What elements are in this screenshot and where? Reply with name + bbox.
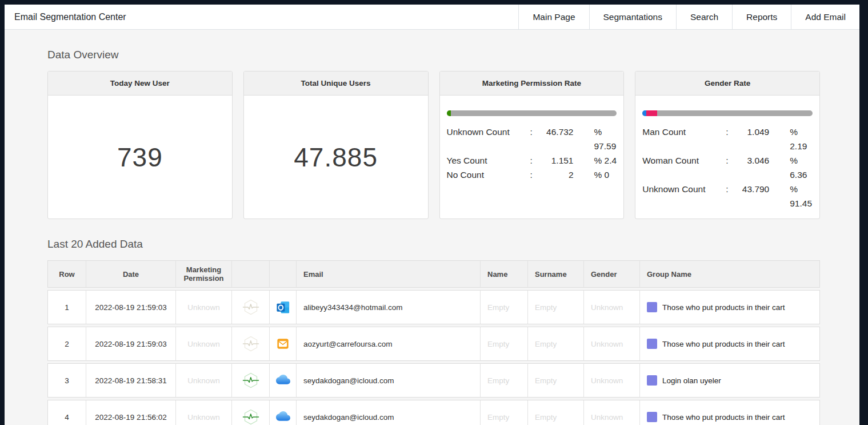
column-header-group-name: Group Name <box>639 260 820 288</box>
stat-colon: : <box>726 125 731 153</box>
column-header-marketing-permission: Marketing Permission <box>175 260 231 288</box>
stat-label: Yes Count <box>447 153 530 168</box>
main-content: Data Overview Today New User 739 Total U… <box>5 49 859 425</box>
date-cell: 2022-08-19 21:58:31 <box>86 363 175 398</box>
stat-value: 2 <box>536 168 574 182</box>
activity-cell <box>231 363 269 398</box>
nav-item-search[interactable]: Search <box>676 5 732 29</box>
table-row: 12022-08-19 21:59:03Unknownalibeyy343434… <box>47 290 820 324</box>
permission-cell: Unknown <box>175 290 231 324</box>
group-cell: Login olan uyeler <box>639 363 820 398</box>
group-name-label: Those who put products in their cart <box>662 303 785 312</box>
total-unique-users-value: 47.885 <box>244 96 428 219</box>
name-cell: Empty <box>480 363 527 398</box>
row-number-cell: 3 <box>47 363 86 398</box>
stat-pct: % 91.45 <box>769 182 813 210</box>
stat-colon: : <box>530 153 536 168</box>
stat-label: Man Count <box>642 125 726 153</box>
row-number-cell: 2 <box>47 327 86 361</box>
stat-row: No Count:2% 0 <box>447 168 617 182</box>
group-color-square <box>647 412 657 422</box>
card-title: Gender Rate <box>635 72 819 96</box>
stat-value: 1.049 <box>731 125 769 153</box>
column-header-date: Date <box>86 260 175 288</box>
email-cell: seydakdogan@icloud.com <box>296 363 480 398</box>
group-cell: Those who put products in their cart <box>639 327 820 361</box>
card-title: Total Unique Users <box>244 72 428 96</box>
stat-colon: : <box>530 125 536 153</box>
total-unique-users-card: Total Unique Users 47.885 <box>243 71 429 219</box>
stats-list: Man Count:1.049% 2.19Woman Count:3.046% … <box>642 125 813 210</box>
column-header-icon-3 <box>231 260 269 288</box>
nav-item-add-email[interactable]: Add Email <box>791 5 859 29</box>
yes-bar-segment <box>447 110 451 116</box>
marketing-permission-progress-bar <box>447 110 617 116</box>
gender-cell: Unknown <box>583 363 639 398</box>
stat-pct: % 97.59 <box>574 125 617 153</box>
table-row: 32022-08-19 21:58:31Unknownseydakdogan@i… <box>47 363 820 398</box>
surname-cell: Empty <box>527 363 583 398</box>
group-name-label: Login olan uyeler <box>662 376 721 385</box>
permission-cell: Unknown <box>175 400 231 425</box>
group-color-square <box>647 302 657 312</box>
icloud-icon <box>276 411 290 423</box>
today-new-user-value: 739 <box>48 96 232 219</box>
stat-label: Woman Count <box>642 153 726 182</box>
group-cell: Those who put products in their cart <box>639 400 820 425</box>
stat-label: Unknown Count <box>642 182 726 210</box>
table-row: 42022-08-19 21:56:02Unknownseydakdogan@i… <box>47 400 820 425</box>
surname-cell: Empty <box>527 290 583 324</box>
date-cell: 2022-08-19 21:59:03 <box>86 327 175 361</box>
stat-pct: % 2.4 <box>574 153 617 168</box>
group-name-label: Those who put products in their cart <box>662 340 785 348</box>
activity-cell <box>231 400 269 425</box>
provider-cell <box>269 290 296 324</box>
activity-pulse-icon <box>241 333 261 354</box>
column-header-gender: Gender <box>583 260 639 288</box>
last-added-table-wrap: RowDateMarketing PermissionEmailNameSurn… <box>47 258 820 425</box>
table-header-row: RowDateMarketing PermissionEmailNameSurn… <box>47 260 820 288</box>
email-cell: alibeyy343434@hotmail.com <box>296 290 480 324</box>
permission-cell: Unknown <box>175 363 231 398</box>
page: Email Segmentation Center Main PageSegma… <box>5 5 859 425</box>
stats-list: Unknown Count:46.732% 97.59Yes Count:1.1… <box>447 125 617 182</box>
stat-row: Woman Count:3.046% 6.36 <box>642 153 813 182</box>
nav-item-reports[interactable]: Reports <box>732 5 791 29</box>
outlook-icon <box>276 300 290 315</box>
card-title: Today New User <box>48 72 232 96</box>
mail-envelope-icon <box>277 337 289 350</box>
today-new-user-card: Today New User 739 <box>47 71 233 219</box>
name-cell: Empty <box>480 290 527 324</box>
stat-row: Unknown Count:43.790% 91.45 <box>642 182 813 210</box>
gender-cell: Unknown <box>583 400 639 425</box>
permission-cell: Unknown <box>175 327 231 361</box>
stat-label: Unknown Count <box>447 125 530 153</box>
column-header-name: Name <box>480 260 527 288</box>
overview-cards: Today New User 739 Total Unique Users 47… <box>47 71 820 219</box>
activity-pulse-icon <box>241 297 261 317</box>
stat-row: Yes Count:1.151% 2.4 <box>447 153 617 168</box>
stat-value: 1.151 <box>536 153 574 168</box>
nav-item-segmantations[interactable]: Segmantations <box>589 5 676 29</box>
activity-pulse-icon <box>241 370 261 391</box>
marketing-permission-rate-card: Marketing Permission Rate Unknown Count:… <box>439 71 625 219</box>
provider-cell <box>269 363 296 398</box>
stat-row: Unknown Count:46.732% 97.59 <box>447 125 617 153</box>
date-cell: 2022-08-19 21:59:03 <box>86 290 175 324</box>
column-header-row: Row <box>47 260 86 288</box>
provider-cell <box>269 400 296 425</box>
stat-pct: % 6.36 <box>769 153 813 182</box>
icloud-icon <box>276 374 290 387</box>
stat-colon: : <box>726 153 731 182</box>
top-navbar: Email Segmentation Center Main PageSegma… <box>5 5 859 30</box>
card-title: Marketing Permission Rate <box>440 72 624 96</box>
stat-value: 3.046 <box>731 153 769 182</box>
woman-bar-segment <box>646 110 657 116</box>
stat-colon: : <box>726 182 731 210</box>
email-cell: aozyurt@carrefoursa.com <box>296 327 480 361</box>
nav-item-main-page[interactable]: Main Page <box>518 5 589 29</box>
stat-value: 43.790 <box>731 182 769 210</box>
gender-cell: Unknown <box>583 327 639 361</box>
gender-cell: Unknown <box>583 290 639 324</box>
activity-cell <box>231 290 269 324</box>
